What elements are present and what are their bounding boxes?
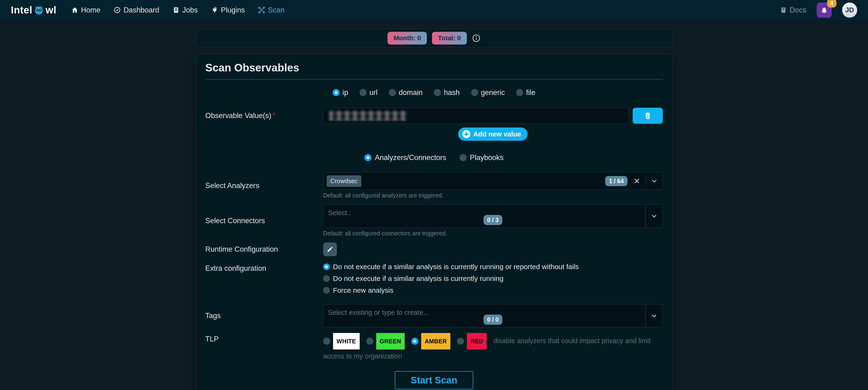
- nav-menu: Home Dashboard Jobs Plugins: [71, 6, 284, 14]
- quota-stats-bar: Month: 0 Total: 0: [196, 29, 673, 48]
- navbar-right: Docs 4 JD: [780, 3, 857, 18]
- notifications-count-badge: 4: [827, 0, 836, 7]
- home-icon: [71, 6, 79, 14]
- clear-icon[interactable]: ✕: [633, 177, 640, 185]
- nav-item-dashboard[interactable]: Dashboard: [114, 6, 159, 14]
- required-asterisk: *: [273, 112, 275, 119]
- tlp-row: TLP WHITE GREEN AMBER RED disable analyz…: [206, 333, 663, 363]
- add-new-value-button[interactable]: Add new value: [458, 127, 528, 141]
- chevron-down-icon[interactable]: [650, 177, 658, 185]
- connectors-placeholder: Select..: [328, 209, 351, 217]
- extra-option-label: Do not execute if a similar analysis is …: [333, 274, 504, 282]
- connectors-multiselect[interactable]: Select.. 0 / 3: [323, 205, 663, 228]
- dropdown-indicator[interactable]: [646, 304, 662, 327]
- extra-config-label: Extra configuration: [206, 263, 323, 273]
- select-connectors-label: Select Connectors: [206, 216, 323, 225]
- dashboard-icon: [114, 6, 121, 14]
- tags-multiselect[interactable]: Select existing or type to create... 0 /…: [323, 304, 663, 327]
- tlp-option-red[interactable]: RED: [457, 333, 487, 350]
- avatar[interactable]: JD: [842, 3, 857, 18]
- remove-value-button[interactable]: [633, 108, 663, 124]
- radio-ip[interactable]: [333, 89, 340, 96]
- type-label: generic: [481, 88, 505, 97]
- select-analyzers-label: Select Analyzers: [206, 181, 323, 190]
- type-label: ip: [342, 88, 348, 97]
- tlp-label: TLP: [206, 333, 323, 343]
- intelowl-logo[interactable]: Intel wl: [11, 4, 57, 16]
- type-option-domain[interactable]: domain: [389, 88, 423, 97]
- title-divider: [206, 79, 663, 80]
- month-count-badge: Month: 0: [388, 32, 427, 44]
- radio-hash[interactable]: [434, 89, 441, 96]
- type-label: domain: [399, 88, 423, 97]
- tlp-tag-green: GREEN: [376, 333, 405, 350]
- total-count-badge: Total: 0: [432, 32, 467, 44]
- bell-icon: [820, 6, 828, 14]
- radio-generic[interactable]: [471, 89, 478, 96]
- tags-row: Tags Select existing or type to create..…: [206, 304, 663, 327]
- observable-value-row: Observable Value(s)*: [206, 108, 663, 124]
- radio-playbooks[interactable]: [460, 154, 467, 161]
- analyzers-multiselect[interactable]: Crowdsec 1 / 64 ✕: [323, 172, 663, 190]
- nav-item-plugins[interactable]: Plugins: [211, 6, 245, 14]
- runtime-config-label: Runtime Configuration: [206, 245, 323, 253]
- observable-value-input[interactable]: [323, 108, 628, 124]
- tags-label: Tags: [206, 311, 323, 320]
- mode-label: Analyzers/Connectors: [375, 153, 446, 162]
- tags-placeholder: Select existing or type to create...: [328, 309, 429, 317]
- page-title: Scan Observables: [206, 61, 663, 74]
- radio-force-new[interactable]: [323, 287, 330, 294]
- type-option-ip[interactable]: ip: [333, 88, 348, 97]
- nav-label: Jobs: [182, 6, 198, 14]
- start-scan-button[interactable]: Start Scan: [395, 371, 473, 389]
- jobs-icon: [173, 6, 180, 14]
- radio-file[interactable]: [516, 89, 523, 96]
- trash-icon: [644, 112, 652, 120]
- radio-analyzers-connectors[interactable]: [364, 154, 371, 161]
- radio-no-exec-running[interactable]: [323, 275, 330, 282]
- select-connectors-row: Select Connectors Select.. 0 / 3 Default…: [206, 205, 663, 237]
- radio-tlp-white[interactable]: [323, 338, 330, 345]
- type-option-hash[interactable]: hash: [434, 88, 460, 97]
- tlp-tag-amber: AMBER: [421, 333, 451, 350]
- docs-label: Docs: [789, 6, 806, 14]
- nav-item-home[interactable]: Home: [71, 6, 100, 14]
- observable-value-label: Observable Value(s)*: [206, 112, 323, 120]
- radio-no-exec-reported[interactable]: [323, 264, 330, 270]
- connectors-count-badge: 0 / 3: [483, 215, 502, 225]
- extra-option-no-exec-reported[interactable]: Do not execute if a similar analysis is …: [323, 263, 663, 271]
- scan-form-card: Scan Observables ip url domain hash: [196, 54, 673, 390]
- tlp-tag-red: RED: [467, 333, 487, 350]
- mode-playbooks[interactable]: Playbooks: [460, 153, 504, 162]
- radio-tlp-red[interactable]: [457, 338, 464, 345]
- extra-option-no-exec-running[interactable]: Do not execute if a similar analysis is …: [323, 274, 663, 282]
- radio-tlp-amber[interactable]: [411, 338, 418, 345]
- connectors-helper-text: Default: all configured connectors are t…: [323, 230, 663, 237]
- label-text: Observable Value(s): [206, 112, 271, 120]
- docs-link[interactable]: Docs: [780, 6, 806, 14]
- info-icon[interactable]: [472, 34, 480, 42]
- tlp-option-amber[interactable]: AMBER: [411, 333, 451, 350]
- type-option-file[interactable]: file: [516, 88, 535, 97]
- radio-domain[interactable]: [389, 89, 396, 96]
- redacted-value: [329, 111, 407, 121]
- type-option-generic[interactable]: generic: [471, 88, 505, 97]
- extra-config-row: Extra configuration Do not execute if a …: [206, 263, 663, 294]
- brand-text-wl: wl: [45, 4, 56, 16]
- tlp-option-white[interactable]: WHITE: [323, 333, 360, 350]
- tlp-option-green[interactable]: GREEN: [366, 333, 405, 350]
- mode-analyzers-connectors[interactable]: Analyzers/Connectors: [364, 153, 446, 162]
- notifications-button[interactable]: 4: [817, 3, 832, 18]
- nav-label: Plugins: [221, 6, 245, 14]
- add-button-label: Add new value: [473, 130, 521, 138]
- type-option-url[interactable]: url: [360, 88, 377, 97]
- radio-tlp-green[interactable]: [366, 338, 373, 345]
- dropdown-indicator[interactable]: [646, 205, 662, 228]
- radio-url[interactable]: [360, 89, 367, 96]
- nav-item-scan[interactable]: Scan: [258, 6, 284, 14]
- nav-item-jobs[interactable]: Jobs: [173, 6, 198, 14]
- edit-runtime-config-button[interactable]: [323, 242, 337, 256]
- main-content: Month: 0 Total: 0 Scan Observables ip ur…: [196, 29, 673, 390]
- runtime-config-row: Runtime Configuration: [206, 242, 663, 256]
- extra-option-force-new[interactable]: Force new analysis: [323, 286, 663, 294]
